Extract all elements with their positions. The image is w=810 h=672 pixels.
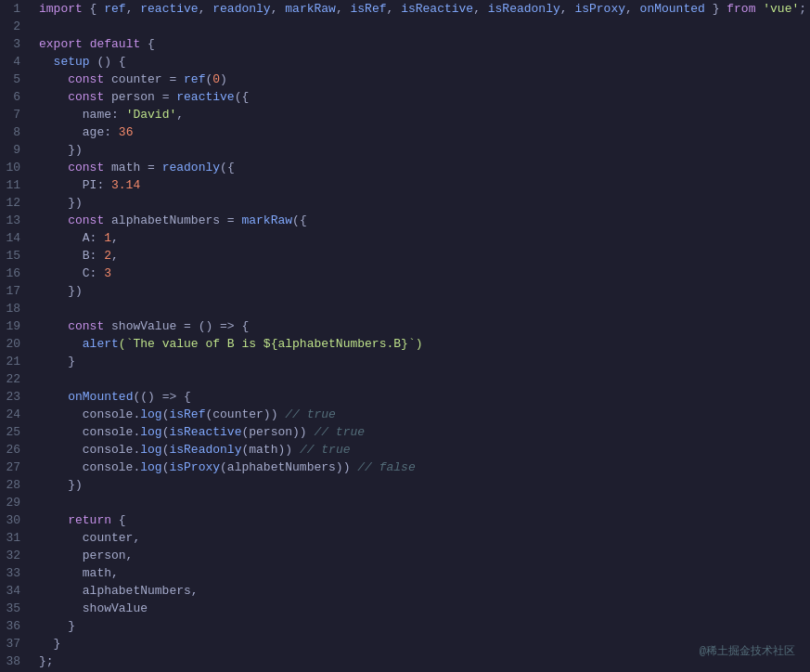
- token: }: [39, 619, 75, 633]
- line-content: const person = reactive({: [35, 88, 810, 106]
- token: isRef: [351, 2, 387, 16]
- token: ,: [625, 2, 640, 16]
- token: [83, 37, 90, 51]
- token: math =: [104, 161, 161, 174]
- line-content: [35, 300, 810, 317]
- code-line: 5 const counter = ref(0): [0, 71, 810, 88]
- token: [39, 337, 83, 351]
- token: 1: [104, 231, 111, 245]
- line-number: 22: [0, 370, 35, 388]
- token: isReadonly: [169, 443, 241, 457]
- line-content: name: 'David',: [35, 106, 810, 123]
- line-content: B: 2,: [35, 247, 810, 265]
- token: setup: [39, 55, 90, 69]
- token: isReactive: [169, 425, 241, 439]
- token: name:: [39, 108, 126, 122]
- token: isReadonly: [488, 2, 560, 16]
- line-content: math,: [35, 564, 810, 582]
- token: counter,: [39, 531, 140, 545]
- code-line: 22: [0, 370, 810, 388]
- line-content: const math = readonly({: [35, 159, 810, 176]
- line-number: 27: [0, 459, 35, 476]
- line-content: [35, 18, 810, 35]
- token: // true: [314, 425, 365, 439]
- line-number: 8: [0, 123, 35, 141]
- token: ,: [176, 108, 184, 122]
- code-line: 10 const math = readonly({: [0, 159, 810, 176]
- token: alert: [83, 337, 119, 351]
- token: (counter)): [205, 407, 285, 421]
- line-content: }): [35, 476, 810, 494]
- line-number: 16: [0, 265, 35, 282]
- token: () {: [90, 55, 126, 69]
- code-line: 23 onMounted(() => {: [0, 388, 810, 406]
- token: isProxy: [169, 460, 220, 474]
- token: }: [39, 355, 75, 368]
- token: const: [68, 213, 104, 227]
- code-line: 9 }): [0, 141, 810, 159]
- line-content: import { ref, reactive, readonly, markRa…: [35, 0, 810, 18]
- line-content: const alphabetNumbers = markRaw({: [35, 212, 810, 229]
- line-content: }: [35, 617, 810, 635]
- line-content: console.log(isReadonly(math)) // true: [35, 441, 810, 459]
- token: 3.14: [111, 178, 140, 192]
- line-number: 19: [0, 317, 35, 335]
- token: counter =: [104, 72, 184, 86]
- line-number: 11: [0, 176, 35, 194]
- line-number: 13: [0, 212, 35, 229]
- token: ({: [292, 213, 307, 227]
- line-content: return {: [35, 511, 810, 529]
- token: ,: [111, 231, 119, 245]
- line-content: onMounted(() => {: [35, 388, 810, 406]
- line-number: 5: [0, 71, 35, 88]
- token: ref: [184, 72, 205, 86]
- token: }): [39, 478, 83, 492]
- code-line: 29: [0, 494, 810, 511]
- code-line: 3export default {: [0, 35, 810, 53]
- line-number: 3: [0, 35, 35, 53]
- code-line: 17 }): [0, 282, 810, 300]
- line-number: 28: [0, 476, 35, 494]
- token: log: [140, 443, 161, 457]
- code-line: 13 const alphabetNumbers = markRaw({: [0, 212, 810, 229]
- token: A:: [39, 231, 104, 245]
- code-line: 35 showValue: [0, 600, 810, 617]
- token: 'vue': [763, 2, 799, 16]
- token: }: [39, 637, 60, 651]
- line-content: [35, 370, 810, 388]
- token: };: [39, 654, 54, 668]
- token: export: [39, 37, 83, 51]
- line-content: PI: 3.14: [35, 176, 810, 194]
- token: onMounted: [68, 390, 133, 404]
- line-content: console.log(isProxy(alphabetNumbers)) //…: [35, 459, 810, 476]
- token: (() => {: [133, 390, 190, 404]
- token: }: [705, 2, 726, 16]
- line-number: 29: [0, 494, 35, 511]
- line-content: };: [35, 653, 810, 670]
- line-number: 31: [0, 529, 35, 547]
- token: [39, 161, 68, 174]
- line-content: setup () {: [35, 53, 810, 71]
- token: reactive: [140, 2, 198, 16]
- code-line: 24 console.log(isRef(counter)) // true: [0, 406, 810, 423]
- line-number: 30: [0, 511, 35, 529]
- token: showValue = () => {: [104, 319, 249, 333]
- line-number: 20: [0, 335, 35, 353]
- line-content: person,: [35, 547, 810, 564]
- line-number: 32: [0, 547, 35, 564]
- code-line: 18: [0, 300, 810, 317]
- code-line: 21 }: [0, 353, 810, 370]
- token: B:: [39, 249, 104, 263]
- line-content: counter,: [35, 529, 810, 547]
- code-line: 12 }): [0, 194, 810, 212]
- code-editor: 1import { ref, reactive, readonly, markR…: [0, 0, 810, 672]
- token: markRaw: [241, 213, 292, 227]
- token: ref: [104, 2, 125, 16]
- token: // true: [300, 443, 351, 457]
- token: const: [68, 72, 104, 86]
- code-line: 31 counter,: [0, 529, 810, 547]
- token: return: [68, 513, 111, 527]
- line-number: 7: [0, 106, 35, 123]
- line-number: 2: [0, 18, 35, 35]
- line-number: 33: [0, 564, 35, 582]
